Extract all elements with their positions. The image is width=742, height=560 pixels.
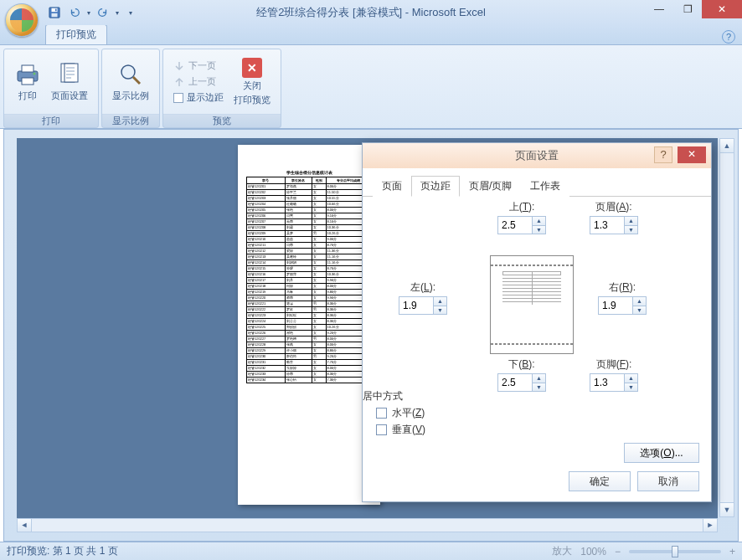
close-icon: ✕ [242,58,262,78]
tab-print-preview[interactable]: 打印预览 [45,24,107,44]
minimize-button[interactable]: — [645,0,673,18]
dialog-body: 上(T): ▲▼ 页眉(A): ▲▼ 左(L): ▲▼ 右(R): ▲▼ 下(B… [363,197,711,465]
svg-rect-3 [55,9,57,12]
center-horizontal-checkbox[interactable]: 水平(Z) [376,406,425,420]
page-setup-dialog: 页面设置 ? ✕ 页面 页边距 页眉/页脚 工作表 上(T): ▲▼ 页眉(A)… [362,142,712,502]
checkbox-icon [173,93,183,103]
zoom-in-button[interactable]: + [729,546,735,557]
page-setup-button[interactable]: 页面设置 [46,52,93,112]
scroll-left-button[interactable]: ◄ [18,519,32,532]
dialog-tab-page[interactable]: 页面 [373,176,411,197]
margin-left-field: 左(L): ▲▼ [389,280,456,315]
next-page-button: 下一页 [170,59,227,73]
svg-rect-9 [64,64,78,82]
qat-customize-dropdown[interactable]: ▾ [127,9,134,17]
page-preview: 学生综合得分信息统计表 学号学生姓名性别专业总平均成绩经管120201罗海燕女8… [238,145,380,505]
center-mode-group: 居中方式 水平(Z) 垂直(V) [363,389,425,439]
close-preview-button[interactable]: ✕ 关闭 打印预览 [229,52,276,112]
options-button[interactable]: 选项(O)... [624,443,699,463]
undo-dropdown[interactable]: ▾ [85,9,92,17]
office-button[interactable] [5,3,39,37]
ribbon: 打印 页面设置 打印 显示比例 显示比例 下一页 [0,45,742,129]
printer-icon [14,61,41,88]
margin-right-field: 右(R): ▲▼ [589,280,656,315]
svg-point-10 [121,65,135,79]
arrow-up-icon [173,76,185,88]
ribbon-group-preview: 下一页 上一页 显示边距 ✕ 关闭 打印预览 预览 [162,49,281,128]
zoom-label[interactable]: 放大 [552,544,572,558]
dialog-tabs: 页面 页边距 页眉/页脚 工作表 [363,168,711,197]
dialog-tab-sheet[interactable]: 工作表 [521,176,569,197]
margin-bottom-spinner[interactable]: ▲▼ [497,373,546,392]
margin-bottom-field: 下(B): ▲▼ [488,357,555,392]
print-button[interactable]: 打印 [9,52,46,112]
arrow-down-icon [173,60,185,72]
cancel-button[interactable]: 取消 [637,471,699,491]
center-vertical-checkbox[interactable]: 垂直(V) [376,423,425,437]
dialog-close-button[interactable]: ✕ [678,146,706,163]
margin-left-spinner[interactable]: ▲▼ [399,296,447,315]
margin-header-field: 页眉(A): ▲▼ [580,200,647,234]
sheet-title: 学生综合得分信息统计表 [246,170,372,175]
ribbon-group-print: 打印 页面设置 打印 [3,49,99,128]
scroll-right-button[interactable]: ► [703,519,717,532]
redo-icon[interactable] [94,3,112,22]
undo-icon[interactable] [65,3,84,22]
zoom-out-button[interactable]: − [615,546,621,557]
margin-top-spinner[interactable]: ▲▼ [497,216,546,234]
ok-button[interactable]: 确定 [569,471,631,491]
status-bar: 打印预览: 第 1 页 共 1 页 放大 100% − + [0,542,742,560]
zoom-button[interactable]: 显示比例 [107,52,154,112]
maximize-button[interactable]: ❐ [673,0,702,18]
magnifier-icon [117,61,144,88]
vertical-scrollbar[interactable]: ▲ ▼ [719,138,734,517]
svg-rect-6 [22,78,33,85]
svg-rect-2 [52,13,58,17]
dialog-title: 页面设置 [515,148,559,163]
zoom-slider[interactable] [629,550,721,553]
margin-footer-field: 页脚(F): ▲▼ [580,357,647,392]
save-icon[interactable] [45,3,64,22]
svg-point-7 [33,73,36,75]
help-icon[interactable]: ? [722,30,735,44]
quick-access-toolbar: ▾ ▾ ▾ [45,3,134,22]
window-close-button[interactable]: ✕ [702,0,742,18]
zoom-percent: 100% [580,546,606,557]
margin-right-spinner[interactable]: ▲▼ [598,296,647,315]
dialog-help-button[interactable]: ? [654,146,672,163]
preview-table: 学号学生姓名性别专业总平均成绩经管120201罗海燕女8.06分经管120202… [246,177,372,383]
show-margins-checkbox[interactable]: 显示边距 [170,90,227,105]
dialog-tab-header-footer[interactable]: 页眉/页脚 [460,176,521,197]
title-bar: ▾ ▾ ▾ 经管2班综合得分表 [兼容模式] - Microsoft Excel… [0,0,742,25]
margin-preview [490,255,574,354]
dialog-tab-margins[interactable]: 页边距 [411,176,460,197]
scroll-up-button[interactable]: ▲ [720,139,734,153]
horizontal-scrollbar[interactable]: ◄ ► [17,518,718,532]
margin-header-spinner[interactable]: ▲▼ [590,216,638,234]
dialog-title-bar[interactable]: 页面设置 ? ✕ [363,143,711,168]
margin-top-field: 上(T): ▲▼ [488,200,555,234]
status-page-info: 打印预览: 第 1 页 共 1 页 [7,544,118,558]
svg-rect-5 [22,65,33,72]
scroll-down-button[interactable]: ▼ [720,502,734,516]
ribbon-tabs: 打印预览 ? [0,25,742,45]
page-setup-icon [56,61,83,88]
redo-dropdown[interactable]: ▾ [114,9,121,17]
prev-page-button: 上一页 [170,74,227,89]
margin-footer-spinner[interactable]: ▲▼ [590,373,638,392]
ribbon-group-zoom: 显示比例 显示比例 [101,49,160,128]
svg-line-11 [133,77,140,84]
